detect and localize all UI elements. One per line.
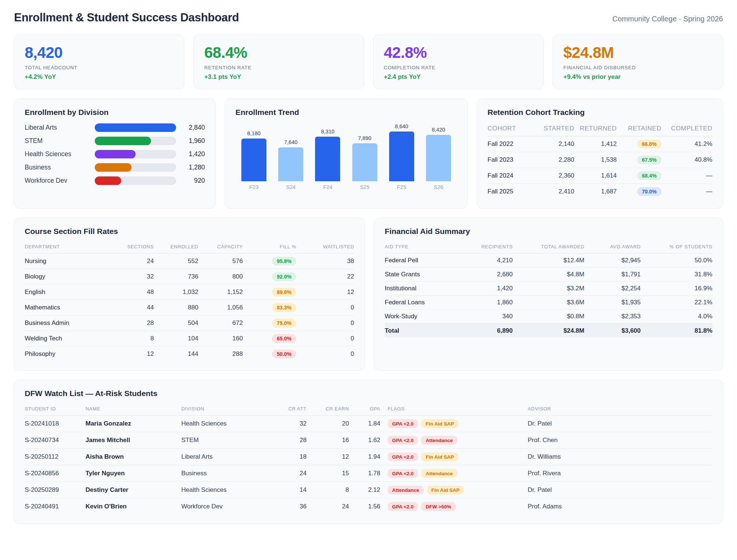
cell-enrolled: 552 [154, 258, 198, 265]
cell-department: Biology [25, 273, 109, 280]
table-row: Fall 20222,1401,41266.0%41.2% [488, 136, 712, 152]
trend-bar-column: 8,420S26 [422, 127, 455, 190]
cell-sections: 12 [109, 350, 154, 358]
table-row: S-20240734James MitchellSTEM28161.62GPA … [25, 432, 712, 449]
cell-fill-pct: 95.8% [243, 257, 296, 266]
division-bar-track [95, 150, 176, 158]
page-title: Enrollment & Student Success Dashboard [14, 11, 239, 24]
flag-badge: Attendance [421, 436, 457, 445]
cell-returned: 1,614 [574, 172, 617, 179]
cell-capacity: 160 [198, 335, 243, 342]
column-header: TOTAL AWARDED [513, 244, 584, 249]
division-value: 1,280 [176, 164, 205, 171]
division-bar-track [95, 123, 176, 132]
cell-gpa: 1.94 [349, 453, 380, 461]
column-header: GPA [349, 406, 380, 412]
column-header: DIVISION [181, 406, 275, 412]
column-header: NAME [85, 406, 181, 412]
table-row: English481,0321,15289.6%12 [25, 284, 354, 300]
cell-pct-students: 22.1% [641, 299, 712, 306]
column-header: COMPLETED [661, 125, 712, 132]
flag-badge: DFW >50% [421, 502, 455, 511]
cell-name: Kevin O'Brien [85, 503, 181, 510]
table-row: Total6,890$24.8M$3,60081.8% [385, 323, 712, 337]
trend-bar [241, 139, 266, 181]
middle-row: Enrollment by Division Liberal Arts2,840… [14, 99, 723, 209]
trend-bar-term-label: F25 [397, 184, 406, 190]
trend-bar-term-label: S26 [434, 184, 443, 190]
cell-completed: 40.8% [661, 156, 712, 164]
cell-pct-students: 31.8% [641, 271, 712, 278]
trend-bar [315, 137, 340, 181]
cell-avg-award: $1,791 [584, 271, 641, 278]
fill-rates-table: DEPARTMENTSECTIONSENROLLEDCAPACITYFILL %… [25, 242, 354, 361]
cell-student-id: S-20240856 [25, 470, 85, 477]
trend-bar-column: 8,640F25 [385, 123, 418, 190]
division-label: Health Sciences [25, 150, 95, 158]
dfw-watch-list-panel: DFW Watch List — At-Risk Students STUDEN… [14, 380, 723, 524]
cell-avg-award: $2,945 [584, 257, 641, 264]
cell-cr-att: 36 [275, 503, 307, 510]
cell-waitlisted: 0 [296, 350, 354, 358]
column-header: RECIPIENTS [461, 244, 513, 249]
table-row: State Grants2,680$4.8M$1,79131.8% [385, 267, 712, 281]
trend-bar [389, 132, 414, 181]
cell-total-awarded: $24.8M [513, 327, 584, 335]
kpi-card: 42.8%COMPLETION RATE+2.4 pts YoY [373, 35, 544, 89]
retained-badge: 66.0% [637, 140, 661, 148]
cell-advisor: Dr. Williams [528, 453, 712, 461]
trend-bar [278, 147, 303, 181]
fill-pct-badge: 83.3% [272, 303, 296, 312]
division-bar-track [95, 163, 176, 172]
cell-department: Business Admin [25, 319, 109, 327]
cell-gpa: 1.56 [349, 503, 380, 510]
cell-advisor: Dr. Patel [528, 486, 712, 494]
kpi-value: $24.8M [563, 44, 712, 62]
flag-badge: Fin Aid SAP [421, 419, 458, 428]
cell-capacity: 288 [198, 350, 243, 358]
division-value: 920 [176, 177, 205, 185]
trend-bar-term-label: F24 [323, 184, 332, 190]
cell-division: STEM [181, 437, 275, 444]
trend-bar-value: 8,180 [247, 130, 261, 136]
flag-badge: GPA <2.0 [388, 502, 418, 511]
cell-recipients: 1,420 [461, 285, 513, 292]
cell-sections: 32 [109, 273, 154, 280]
kpi-card: 68.4%RETENTION RATE+3.1 pts YoY [193, 35, 364, 89]
cell-flags: GPA <2.0Fin Aid SAP [380, 419, 528, 428]
cell-cr-earn: 20 [307, 420, 349, 427]
trend-bar-column: 7,890S25 [349, 135, 381, 190]
flag-badge: GPA <2.0 [388, 419, 418, 428]
table-row: Fall 20232,2801,53867.5%40.8% [488, 152, 712, 168]
kpi-card: 8,420TOTAL HEADCOUNT+4.2% YoY [14, 35, 184, 89]
cell-advisor: Dr. Patel [528, 420, 712, 427]
cell-division: Workforce Dev [181, 503, 275, 510]
trend-bar [352, 143, 377, 181]
column-header: ENROLLED [154, 244, 198, 249]
table-row: Institutional1,420$3.2M$2,25416.9% [385, 281, 712, 295]
division-label: Liberal Arts [25, 124, 95, 132]
division-value: 1,960 [176, 137, 205, 145]
flag-badge: Fin Aid SAP [427, 486, 464, 494]
table-row: Philosophy1214428850.0%0 [25, 346, 354, 361]
column-header: FLAGS [380, 406, 528, 412]
panel-title: Retention Cohort Tracking [488, 108, 712, 117]
column-header: FILL % [243, 244, 296, 249]
cell-name: Tyler Nguyen [85, 470, 181, 477]
cell-waitlisted: 22 [296, 273, 354, 280]
cell-sections: 28 [109, 319, 154, 327]
cell-completed: — [661, 188, 712, 195]
cell-flags: GPA <2.0Fin Aid SAP [380, 452, 528, 461]
table-row: Work-Study340$0.8M$2,3534.0% [385, 309, 712, 323]
cell-returned: 1,687 [574, 188, 617, 195]
kpi-value: 42.8% [384, 44, 533, 62]
table-row: Fall 20242,3601,61468.4%— [488, 168, 712, 184]
cell-total-awarded: $12.4M [513, 257, 584, 264]
division-bar-fill [95, 150, 136, 158]
table-row: S-20240491Kevin O'BrienWorkforce Dev3624… [25, 498, 712, 515]
cell-cr-earn: 12 [307, 453, 349, 461]
fill-pct-badge: 89.6% [272, 288, 296, 297]
table-row: S-20240856Tyler NguyenBusiness24151.78GP… [25, 465, 712, 482]
cell-sections: 8 [109, 335, 154, 342]
table-header-row: COHORTSTARTEDRETURNEDRETAINEDCOMPLETED [488, 123, 712, 136]
